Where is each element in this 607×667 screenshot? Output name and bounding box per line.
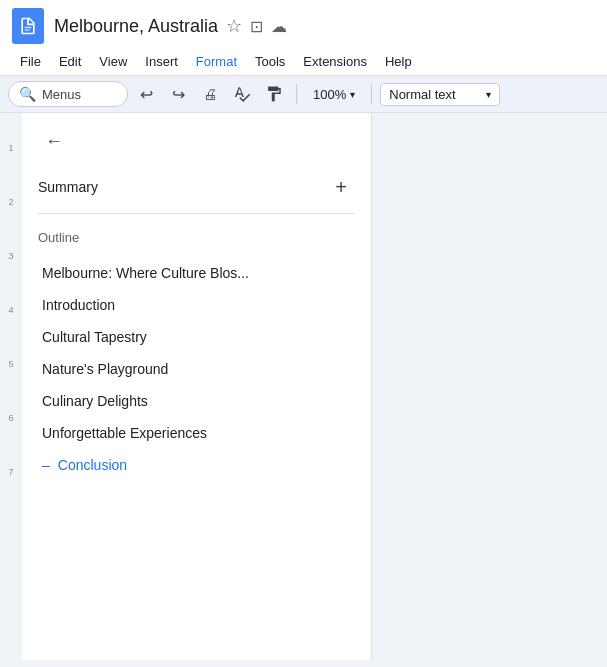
- redo-button[interactable]: ↪: [164, 80, 192, 108]
- outline-item-title-text: Melbourne: Where Culture Blos...: [42, 265, 249, 281]
- menu-help[interactable]: Help: [377, 50, 420, 73]
- style-value: Normal text: [389, 87, 455, 102]
- spellcheck-button[interactable]: [228, 80, 256, 108]
- summary-section: Summary +: [38, 169, 355, 205]
- outline-item-unforgettable[interactable]: Unforgettable Experiences: [38, 417, 355, 449]
- title-icons: ☆ ⊡ ☁: [226, 15, 287, 37]
- outline-item-natures-playground[interactable]: Nature's Playground: [38, 353, 355, 385]
- toolbar-divider-1: [296, 84, 297, 104]
- back-icon: ←: [45, 131, 63, 152]
- menu-tools[interactable]: Tools: [247, 50, 293, 73]
- summary-label: Summary: [38, 179, 98, 195]
- menu-file[interactable]: File: [12, 50, 49, 73]
- outline-item-conclusion-text: Conclusion: [58, 457, 127, 473]
- ruler: 1 2 3 4 5 6 7: [0, 113, 22, 660]
- ruler-marks: 1 2 3 4 5 6 7: [0, 113, 22, 521]
- ruler-mark-3: 3: [0, 251, 22, 305]
- outline-items: Melbourne: Where Culture Blos... Introdu…: [38, 257, 355, 481]
- title-bar: Melbourne, Australia ☆ ⊡ ☁: [0, 0, 607, 48]
- svg-rect-0: [25, 27, 32, 28]
- outline-item-title[interactable]: Melbourne: Where Culture Blos...: [38, 257, 355, 289]
- menus-search[interactable]: 🔍 Menus: [8, 81, 128, 107]
- zoom-dropdown-icon: ▾: [350, 89, 355, 100]
- outline-item-conclusion[interactable]: – Conclusion: [38, 449, 355, 481]
- menu-bar: File Edit View Insert Format Tools Exten…: [0, 48, 607, 75]
- menu-view[interactable]: View: [91, 50, 135, 73]
- add-summary-button[interactable]: +: [327, 173, 355, 201]
- back-button[interactable]: ←: [38, 125, 70, 157]
- outline-label: Outline: [38, 230, 355, 245]
- main-area: 1 2 3 4 5 6 7 ← Summary + Outline Melbou…: [0, 113, 607, 660]
- print-button[interactable]: 🖨: [196, 80, 224, 108]
- paint-format-button[interactable]: [260, 80, 288, 108]
- ruler-mark-1: 1: [0, 143, 22, 197]
- save-to-drive-icon[interactable]: ⊡: [250, 17, 263, 36]
- menu-edit[interactable]: Edit: [51, 50, 89, 73]
- outline-item-culinary-delights[interactable]: Culinary Delights: [38, 385, 355, 417]
- outline-panel: ← Summary + Outline Melbourne: Where Cul…: [22, 113, 372, 660]
- style-dropdown-icon: ▾: [486, 89, 491, 100]
- add-icon: +: [335, 176, 347, 199]
- cloud-icon[interactable]: ☁: [271, 17, 287, 36]
- outline-item-introduction[interactable]: Introduction: [38, 289, 355, 321]
- outline-item-culinary-delights-text: Culinary Delights: [42, 393, 148, 409]
- title-text: Melbourne, Australia: [54, 16, 218, 37]
- menu-insert[interactable]: Insert: [137, 50, 186, 73]
- section-divider: [38, 213, 355, 214]
- document-canvas: [372, 113, 607, 660]
- toolbar: 🔍 Menus ↩ ↪ 🖨 100% ▾ Normal text ▾: [0, 75, 607, 113]
- zoom-selector[interactable]: 100% ▾: [305, 84, 363, 105]
- outline-item-unforgettable-text: Unforgettable Experiences: [42, 425, 207, 441]
- menu-extensions[interactable]: Extensions: [295, 50, 375, 73]
- conclusion-dash-icon: –: [42, 457, 50, 473]
- svg-rect-1: [25, 29, 30, 30]
- ruler-mark-5: 5: [0, 359, 22, 413]
- undo-button[interactable]: ↩: [132, 80, 160, 108]
- style-selector[interactable]: Normal text ▾: [380, 83, 500, 106]
- title-section: Melbourne, Australia ☆ ⊡ ☁: [54, 15, 287, 37]
- outline-item-natures-playground-text: Nature's Playground: [42, 361, 168, 377]
- menu-format[interactable]: Format: [188, 50, 245, 73]
- ruler-mark-6: 6: [0, 413, 22, 467]
- app-icon: [12, 8, 44, 44]
- zoom-value: 100%: [313, 87, 346, 102]
- star-icon[interactable]: ☆: [226, 15, 242, 37]
- search-label: Menus: [42, 87, 81, 102]
- toolbar-divider-2: [371, 84, 372, 104]
- ruler-mark-7: 7: [0, 467, 22, 521]
- ruler-mark-4: 4: [0, 305, 22, 359]
- outline-item-cultural-tapestry-text: Cultural Tapestry: [42, 329, 147, 345]
- outline-item-introduction-text: Introduction: [42, 297, 115, 313]
- search-icon: 🔍: [19, 86, 36, 102]
- ruler-mark-2: 2: [0, 197, 22, 251]
- outline-item-cultural-tapestry[interactable]: Cultural Tapestry: [38, 321, 355, 353]
- document-title: Melbourne, Australia ☆ ⊡ ☁: [54, 15, 287, 37]
